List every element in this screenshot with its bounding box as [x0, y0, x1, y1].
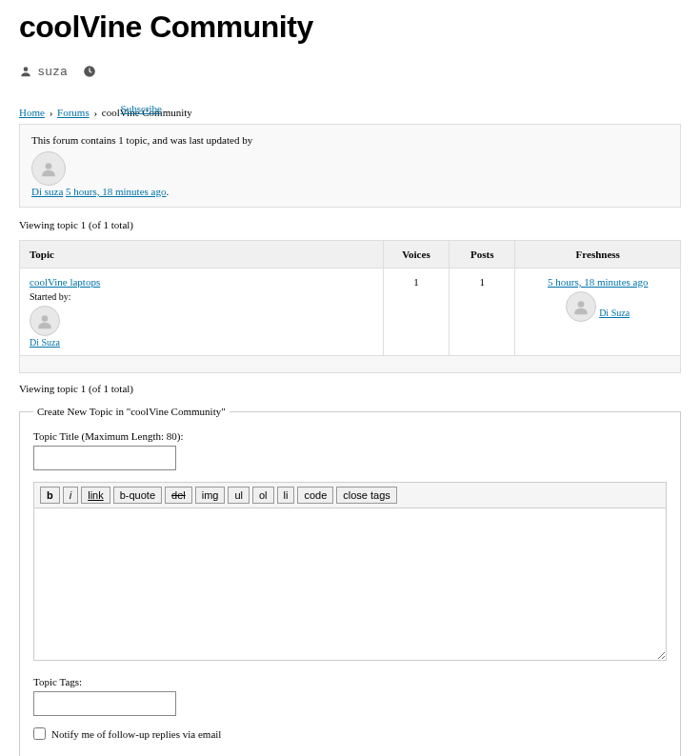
breadcrumb-home[interactable]: Home	[19, 107, 45, 118]
editor-close-tags-button[interactable]: close tags	[336, 487, 397, 504]
editor-code-button[interactable]: code	[297, 487, 333, 504]
topic-content-textarea[interactable]	[33, 508, 667, 661]
svg-point-4	[578, 301, 585, 308]
editor-ul-button[interactable]: ul	[228, 487, 250, 504]
editor-img-button[interactable]: img	[195, 487, 226, 504]
svg-point-0	[24, 67, 29, 71]
forum-info-author-link[interactable]: Di suza	[31, 186, 63, 197]
clock-icon	[83, 65, 96, 78]
table-row-spacer	[20, 356, 681, 373]
viewing-count-bottom: Viewing topic 1 (of 1 total)	[19, 383, 681, 394]
th-voices: Voices	[383, 241, 449, 269]
create-topic-legend: Create New Topic in "coolVine Community"	[33, 406, 230, 417]
forum-info-box: This forum contains 1 topic, and was las…	[19, 124, 681, 208]
th-topic: Topic	[20, 241, 384, 269]
editor-li-button[interactable]: li	[277, 487, 295, 504]
notify-checkbox[interactable]	[33, 727, 46, 740]
editor-bold-button[interactable]: b	[40, 487, 60, 504]
freshness-time-link[interactable]: 5 hours, 18 minutes ago	[525, 276, 670, 288]
freshness-author-link[interactable]: Di Suza	[599, 308, 630, 318]
svg-point-2	[46, 163, 52, 169]
post-author: suza	[38, 64, 68, 78]
editor-bquote-button[interactable]: b-quote	[113, 487, 162, 504]
subscribe-link[interactable]: Subscribe	[121, 103, 162, 114]
topic-title-link[interactable]: coolVine laptops	[30, 276, 100, 288]
forum-info-time-link[interactable]: 5 hours, 18 minutes ago	[66, 186, 166, 197]
th-freshness: Freshness	[515, 241, 681, 269]
editor-del-button[interactable]: del	[165, 487, 192, 504]
topic-title-label: Topic Title (Maximum Length: 80):	[33, 430, 667, 442]
avatar	[566, 291, 596, 322]
table-row: coolVine laptops Started by: Di Suza 1 1…	[20, 269, 681, 356]
editor-toolbar: b i link b-quote del img ul ol li code c…	[33, 482, 667, 508]
create-topic-fieldset: Create New Topic in "coolVine Community"…	[19, 406, 681, 756]
topic-tags-input[interactable]	[33, 691, 176, 716]
th-posts: Posts	[450, 241, 515, 269]
post-meta: suza	[19, 64, 681, 78]
avatar	[31, 151, 66, 186]
started-by-author-link[interactable]: Di Suza	[30, 337, 60, 348]
started-by-label: Started by:	[30, 291, 373, 302]
breadcrumb-forums[interactable]: Forums	[57, 107, 90, 118]
breadcrumb-separator: ›	[50, 107, 53, 118]
editor-link-button[interactable]: link	[81, 487, 110, 504]
topic-tags-label: Topic Tags:	[33, 676, 667, 687]
cell-voices: 1	[383, 269, 449, 356]
breadcrumb: Home › Forums › coolVine Community	[19, 107, 681, 118]
editor-ol-button[interactable]: ol	[252, 487, 274, 504]
cell-posts: 1	[450, 269, 515, 356]
forum-info-text: This forum contains 1 topic, and was las…	[31, 134, 669, 146]
viewing-count-top: Viewing topic 1 (of 1 total)	[19, 219, 681, 230]
topic-title-input[interactable]	[33, 446, 176, 470]
person-icon	[19, 65, 32, 78]
svg-point-3	[42, 315, 49, 322]
breadcrumb-separator: ›	[93, 107, 97, 118]
editor-italic-button[interactable]: i	[63, 487, 78, 504]
page-title: coolVine Community	[19, 10, 681, 45]
notify-label: Notify me of follow-up replies via email	[51, 728, 221, 740]
topics-table: Topic Voices Posts Freshness coolVine la…	[19, 240, 681, 373]
avatar	[30, 306, 60, 336]
